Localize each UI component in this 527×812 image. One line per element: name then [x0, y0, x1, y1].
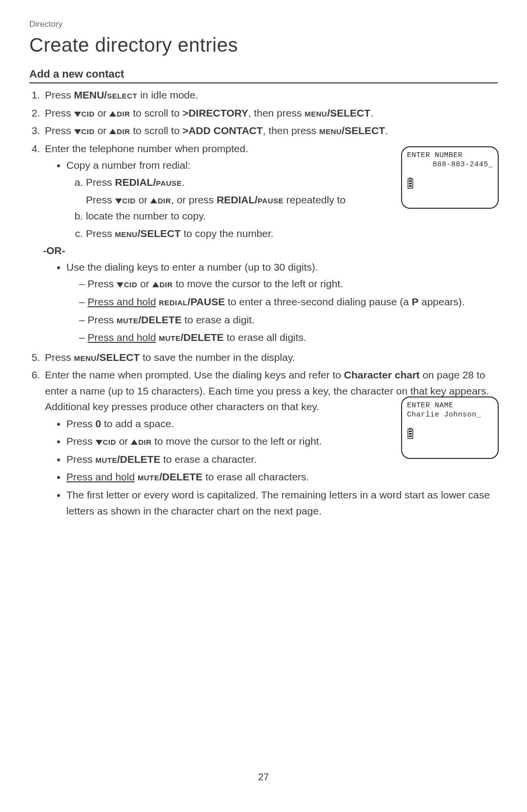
key-zero: 0 [96, 418, 101, 429]
key-redial-pause: REDIAL/pause [115, 177, 182, 188]
ref-character-chart: Character chart [344, 369, 420, 380]
text: appears). [419, 296, 465, 307]
dial-tip-pause: Press and hold redial/PAUSE to enter a t… [79, 294, 498, 310]
triangle-down-icon [96, 436, 103, 447]
key-cid: cid [81, 125, 95, 136]
text: or [95, 107, 109, 119]
text: to add a space. [101, 418, 174, 429]
section-heading: Add a new contact [29, 68, 498, 83]
text: Enter the telephone number when prompted… [45, 143, 248, 154]
text: Press [88, 314, 117, 325]
text: Press [45, 352, 74, 363]
lcd-screen-name: ENTER NAME Charlie Johnson_ [401, 396, 499, 459]
text: Press [45, 125, 74, 136]
text: Enter the name when prompted. Use the di… [45, 369, 344, 380]
key-dir: dir [138, 436, 151, 447]
key-menu-select: menu/SELECT [319, 125, 385, 136]
text: to erase all digits. [224, 332, 306, 343]
letter-p: P [412, 296, 419, 307]
lcd-line2: 888-883-2445_ [407, 160, 493, 169]
step-3: Press cid or dir to scroll to >ADD CONTA… [43, 123, 498, 139]
dial-tip-erase-digit: Press mute/DELETE to erase a digit. [79, 312, 498, 328]
key-cid: cid [81, 107, 95, 119]
text: or [116, 436, 131, 447]
text: to enter a three-second dialing pause (a [225, 296, 412, 307]
triangle-up-icon [109, 125, 117, 136]
key-menu-select: MENU/select [74, 89, 138, 100]
dial-tip-cursor: Press cid or dir to move the cursor to t… [79, 276, 498, 292]
or-divider: -OR- [43, 245, 498, 257]
triangle-up-icon [109, 107, 117, 119]
text: Press [66, 436, 96, 447]
key-menu-select: menu/SELECT [115, 228, 181, 239]
key-dir: dir [117, 125, 130, 136]
text: Press [86, 228, 115, 239]
text: Use the dialing keys to enter a number (… [66, 261, 318, 273]
menu-add-contact: >ADD CONTACT [182, 125, 263, 136]
text: to scroll to [130, 107, 182, 119]
text: Press and hold [88, 296, 156, 307]
svg-rect-9 [409, 436, 412, 437]
text: . [182, 177, 185, 188]
battery-icon [407, 428, 414, 439]
lcd-line1: ENTER NAME [407, 401, 493, 410]
lcd-line2: Charlie Johnson_ [407, 411, 493, 419]
text: , or press [171, 194, 217, 205]
text: Press [86, 194, 115, 205]
text: , then press [263, 125, 320, 136]
text: to scroll to [130, 125, 182, 136]
page-title: Create directory entries [29, 34, 498, 56]
text: Press and hold [88, 332, 156, 343]
svg-rect-2 [409, 180, 412, 182]
text: to copy the number. [181, 228, 273, 239]
key-mute-delete: mute/DELETE [138, 471, 203, 482]
manual-page: Directory Create directory entries Add a… [0, 0, 527, 812]
svg-rect-4 [409, 185, 412, 187]
text: or [136, 194, 150, 205]
text: to erase a character. [161, 454, 257, 465]
step-5: Press menu/SELECT to save the number in … [43, 350, 498, 366]
battery-icon [407, 178, 414, 189]
text: The first letter or every word is capita… [66, 489, 490, 516]
text: to move the cursor to the left or right. [152, 436, 322, 447]
key-menu-select: menu/SELECT [304, 107, 370, 119]
key-redial-pause: redial/PAUSE [159, 296, 224, 307]
text: in idle mode. [137, 89, 198, 100]
breadcrumb: Directory [29, 20, 498, 29]
text: Press [86, 177, 115, 188]
text: Press [45, 107, 74, 119]
dial-tip-erase-all: Press and hold mute/DELETE to erase all … [79, 330, 498, 346]
key-dir: dir [117, 107, 130, 119]
menu-directory: >DIRECTORY [182, 107, 248, 119]
text: Press [45, 89, 74, 100]
key-cid: cid [122, 194, 136, 205]
text: to erase all characters. [203, 471, 309, 482]
triangle-down-icon [117, 278, 124, 289]
text: Press and hold [66, 471, 135, 482]
page-number: 27 [0, 772, 527, 783]
text: to save the number in the display. [140, 352, 295, 363]
text: Copy a number from redial: [66, 159, 190, 171]
text: Press [88, 278, 117, 289]
text: , then press [248, 107, 305, 119]
key-redial-pause: REDIAL/pause [217, 194, 284, 205]
triangle-up-icon [152, 278, 160, 289]
text: Press [66, 418, 96, 429]
svg-rect-8 [409, 433, 412, 435]
text: or [95, 125, 109, 136]
text: . [370, 107, 373, 119]
svg-rect-3 [409, 183, 412, 184]
text: to move the cursor to the left or right. [173, 278, 343, 289]
triangle-up-icon [150, 194, 158, 205]
name-tip-caps: The first letter or every word is capita… [66, 487, 498, 519]
key-dir: dir [158, 194, 171, 205]
triangle-down-icon [115, 194, 122, 205]
triangle-up-icon [131, 436, 138, 447]
key-mute-delete: mute/DELETE [117, 314, 182, 325]
text: to erase a digit. [182, 314, 254, 325]
svg-rect-7 [409, 431, 412, 432]
name-tip-erase-all: Press and hold mute/DELETE to erase all … [66, 469, 498, 485]
text: . [385, 125, 388, 136]
lcd-screen-number: ENTER NUMBER 888-883-2445_ [401, 146, 499, 209]
key-cid: cid [103, 436, 116, 447]
